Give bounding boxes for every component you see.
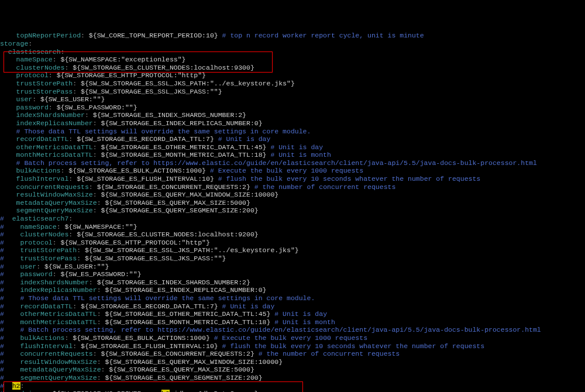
code-line: # driver: ${SW_STORAGE_H2_DRIVER:org.h2.… xyxy=(0,390,585,392)
code-line: # trustStorePath: ${SW_SW_STORAGE_ES_SSL… xyxy=(0,246,585,255)
code-line: resultWindowMaxSize: ${SW_STORAGE_ES_QUE… xyxy=(0,191,585,199)
code-line: # nameSpace: ${SW_NAMESPACE:""} xyxy=(0,223,585,231)
code-line: # indexShardsNumber: ${SW_STORAGE_ES_IND… xyxy=(0,278,585,287)
code-line: protocol: ${SW_STORAGE_ES_HTTP_PROTOCOL:… xyxy=(0,71,585,80)
code-line: user: ${SW_ES_USER:""} xyxy=(0,95,585,104)
code-line: monthMetricsDataTTL: ${SW_STORAGE_ES_MON… xyxy=(0,151,585,159)
code-line: recordDataTTL: ${SW_STORAGE_ES_RECORD_DA… xyxy=(0,135,585,143)
code-line: otherMetricsDataTTL: ${SW_STORAGE_ES_OTH… xyxy=(0,143,585,152)
code-line: # flushInterval: ${SW_STORAGE_ES_FLUSH_I… xyxy=(0,342,585,350)
code-line: indexShardsNumber: ${SW_STORAGE_ES_INDEX… xyxy=(0,111,585,119)
code-line: # indexReplicasNumber: ${SW_STORAGE_ES_I… xyxy=(0,286,585,294)
code-line: storage: xyxy=(0,40,585,48)
code-line: # elasticsearch7: xyxy=(0,215,585,223)
code-line: topNReportPeriod: ${SW_CORE_TOPN_REPORT_… xyxy=(0,32,585,40)
code-line: # trustStorePass: ${SW_SW_STORAGE_ES_SSL… xyxy=(0,255,585,263)
code-line: elasticsearch: xyxy=(0,48,585,56)
code-line: # bulkActions: ${SW_STORAGE_ES_BULK_ACTI… xyxy=(0,334,585,342)
code-line: nameSpace: ${SW_NAMESPACE:"exceptionless… xyxy=(0,56,585,64)
code-line: # clusterNodes: ${SW_STORAGE_ES_CLUSTER_… xyxy=(0,231,585,239)
code-line: # # Batch process setting, refer to http… xyxy=(0,326,585,334)
code-line: # password: ${SW_ES_PASSWORD:""} xyxy=(0,270,585,278)
code-line: flushInterval: ${SW_STORAGE_ES_FLUSH_INT… xyxy=(0,175,585,183)
code-line: # resultWindowMaxSize: ${SW_STORAGE_ES_Q… xyxy=(0,358,585,366)
code-line: segmentQueryMaxSize: ${SW_STORAGE_ES_QUE… xyxy=(0,207,585,215)
code-line: trustStorePath: ${SW_SW_STORAGE_ES_SSL_J… xyxy=(0,80,585,88)
code-line: # Those data TTL settings will override … xyxy=(0,128,585,136)
code-line: # recordDataTTL: ${SW_STORAGE_ES_RECORD_… xyxy=(0,302,585,311)
code-line: # segmentQueryMaxSize: ${SW_STORAGE_ES_Q… xyxy=(0,374,585,382)
code-line: # protocol: ${SW_STORAGE_ES_HTTP_PROTOCO… xyxy=(0,239,585,247)
code-line: password: ${SW_ES_PASSWORD:""} xyxy=(0,104,585,112)
code-line: # user: ${SW_ES_USER:""} xyxy=(0,263,585,271)
code-line: # h2: xyxy=(0,382,585,390)
code-line: indexReplicasNumber: ${SW_STORAGE_ES_IND… xyxy=(0,119,585,128)
code-line: # monthMetricsDataTTL: ${SW_STORAGE_ES_M… xyxy=(0,318,585,326)
code-line: # metadataQueryMaxSize: ${SW_STORAGE_ES_… xyxy=(0,366,585,374)
code-line: clusterNodes: ${SW_STORAGE_ES_CLUSTER_NO… xyxy=(0,64,585,72)
code-line: trustStorePass: ${SW_SW_STORAGE_ES_SSL_J… xyxy=(0,88,585,96)
code-line: # otherMetricsDataTTL: ${SW_STORAGE_ES_O… xyxy=(0,310,585,318)
code-editor[interactable]: topNReportPeriod: ${SW_CORE_TOPN_REPORT_… xyxy=(0,32,585,392)
code-line: metadataQueryMaxSize: ${SW_STORAGE_ES_QU… xyxy=(0,199,585,207)
code-line: # concurrentRequests: ${SW_STORAGE_ES_CO… xyxy=(0,350,585,358)
code-line: concurrentRequests: ${SW_STORAGE_ES_CONC… xyxy=(0,183,585,191)
code-line: # # Those data TTL settings will overrid… xyxy=(0,294,585,302)
code-line: # Batch process setting, refer to https:… xyxy=(0,159,585,167)
code-line: bulkActions: ${SW_STORAGE_ES_BULK_ACTION… xyxy=(0,167,585,175)
